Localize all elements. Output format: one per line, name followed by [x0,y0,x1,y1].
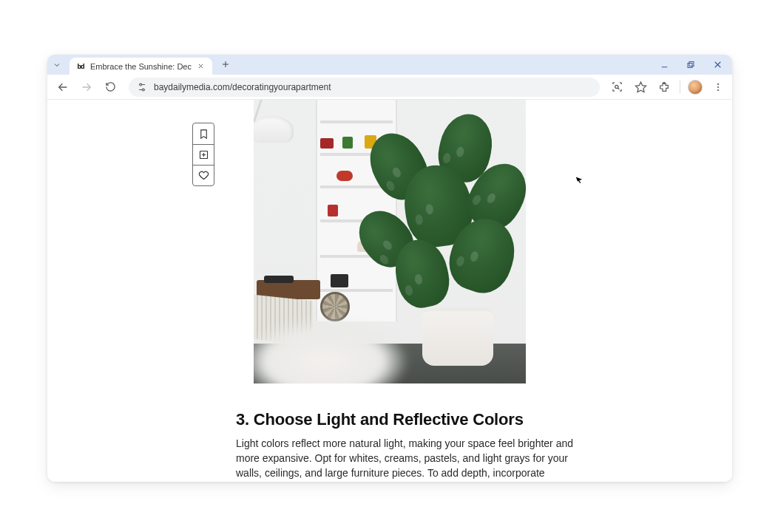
svg-point-19 [717,83,719,84]
section-heading: 3. Choose Light and Reflective Colors [236,410,579,429]
svg-rect-5 [688,63,692,67]
address-bar[interactable]: baydailymedia.com/decoratingyourapartmen… [129,78,600,97]
profile-avatar[interactable] [688,80,703,95]
back-button[interactable] [53,78,72,97]
add-to-collection-icon[interactable] [193,144,214,165]
bookmark-icon[interactable] [193,123,214,144]
browser-window: bd Embrace the Sunshine: Dec [47,55,732,482]
active-tab[interactable]: bd Embrace the Sunshine: Dec [70,58,212,75]
svg-point-14 [142,89,144,91]
url-text: baydailymedia.com/decoratingyourapartmen… [154,82,592,92]
tab-close-button[interactable] [196,61,206,72]
tabs-search-dropdown[interactable] [47,55,67,75]
svg-point-12 [140,83,142,86]
svg-point-21 [717,89,719,91]
window-maximize-button[interactable] [683,58,698,72]
mouse-cursor-icon [576,175,584,184]
toolbar-divider [680,81,680,94]
reload-button[interactable] [101,78,120,97]
article-action-rail [192,123,214,186]
svg-marker-17 [635,82,646,92]
svg-point-20 [717,86,719,87]
lens-icon[interactable] [609,79,625,95]
site-settings-icon[interactable] [136,81,148,93]
article-section: 3. Choose Light and Reflective Colors Li… [236,410,579,482]
browser-toolbar: baydailymedia.com/decoratingyourapartmen… [47,75,732,100]
window-minimize-button[interactable] [657,58,672,72]
bookmark-star-icon[interactable] [632,79,649,95]
forward-button[interactable] [77,78,96,97]
svg-rect-6 [689,61,694,66]
tab-strip: bd Embrace the Sunshine: Dec [47,55,732,75]
kebab-menu-icon[interactable] [710,79,726,95]
page-viewport[interactable]: 3. Choose Light and Reflective Colors Li… [47,100,732,482]
new-tab-button[interactable] [217,55,234,73]
tab-title: Embrace the Sunshine: Dec [90,62,192,71]
section-body: Light colors reflect more natural light,… [236,437,579,482]
tab-favicon: bd [75,61,86,72]
svg-point-15 [615,85,618,88]
heart-icon[interactable] [193,165,214,185]
svg-line-16 [618,88,619,89]
window-close-button[interactable] [710,58,725,72]
window-controls [657,55,729,75]
article-hero-image [254,100,526,383]
extensions-icon[interactable] [656,79,672,95]
toolbar-right-icons [609,79,726,95]
